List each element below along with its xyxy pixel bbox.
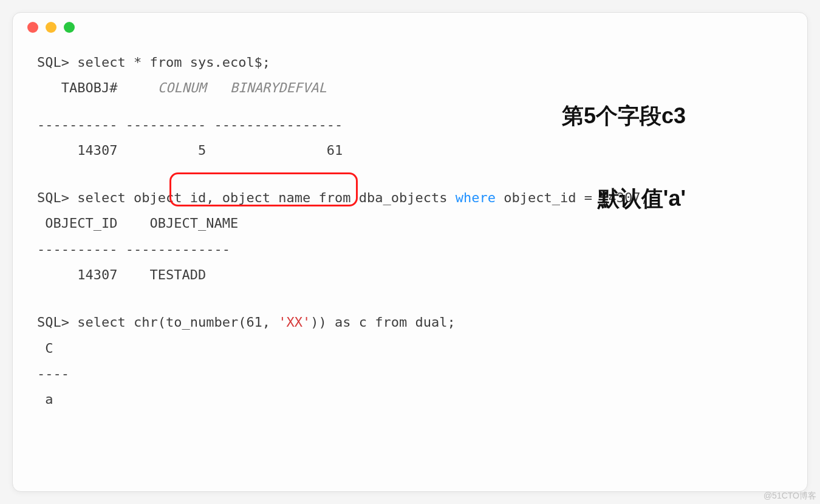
sql-text: select object_id, object_name from dba_o… — [69, 190, 456, 205]
result-row: 14307 TESTADD — [37, 264, 783, 286]
col-header: TABOBJ# — [37, 80, 117, 95]
window-titlebar — [13, 13, 807, 42]
result-divider: ---- — [37, 363, 783, 385]
sql-line: SQL> select * from sys.ecol$; — [37, 52, 783, 73]
sql-prompt: SQL> — [37, 190, 69, 205]
sql-prompt: SQL> — [37, 55, 69, 70]
col-header-italic: COLNUM — [117, 80, 206, 95]
annotation-default: 默认值'a' — [598, 180, 686, 216]
cell-colnum: 5 — [117, 143, 206, 158]
sql-line: SQL> select chr(to_number(61, 'XX')) as … — [37, 312, 783, 333]
maximize-icon[interactable] — [64, 22, 75, 33]
sql-text: select chr(to_number(61, — [69, 315, 278, 330]
sql-keyword: where — [456, 190, 496, 205]
terminal-window: SQL> select * from sys.ecol$; TABOBJ# CO… — [12, 12, 808, 492]
cell-bindefval: 61 — [206, 143, 343, 158]
result-row: 14307 5 61 — [37, 140, 783, 162]
watermark: @51CTO博客 — [764, 491, 816, 502]
result-divider: ---------- ------------- — [37, 239, 783, 261]
close-icon[interactable] — [27, 22, 38, 33]
cell-tabobj: 14307 — [37, 143, 117, 158]
sql-string: 'XX' — [278, 315, 310, 330]
sql-statement: select * from sys.ecol$; — [69, 55, 270, 70]
result-row: a — [37, 389, 783, 410]
sql-prompt: SQL> — [37, 315, 69, 330]
result-header: TABOBJ# COLNUM BINARYDEFVAL — [37, 77, 783, 99]
result-header: C — [37, 338, 783, 359]
col-header-italic: BINARYDEFVAL — [206, 80, 327, 95]
minimize-icon[interactable] — [46, 22, 56, 33]
terminal-content: SQL> select * from sys.ecol$; TABOBJ# CO… — [13, 42, 807, 423]
annotation-field: 第5个字段c3 — [562, 98, 686, 134]
sql-text: )) as c from dual; — [310, 315, 455, 330]
